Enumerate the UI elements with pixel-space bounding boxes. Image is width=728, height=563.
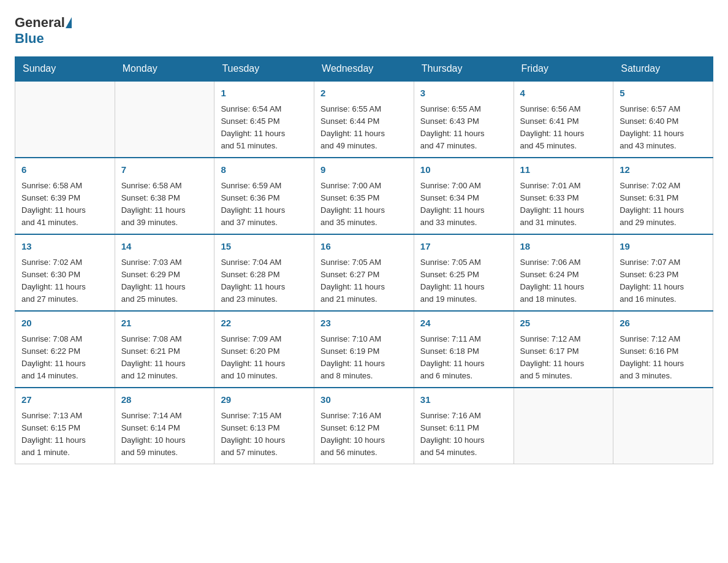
calendar-table: SundayMondayTuesdayWednesdayThursdayFrid… bbox=[15, 56, 713, 464]
day-number: 26 bbox=[620, 316, 707, 331]
day-info: Sunrise: 6:58 AM Sunset: 6:39 PM Dayligh… bbox=[21, 180, 108, 229]
day-info: Sunrise: 7:05 AM Sunset: 6:25 PM Dayligh… bbox=[420, 256, 507, 306]
day-number: 9 bbox=[320, 163, 408, 177]
logo-blue-text: Blue bbox=[15, 31, 44, 46]
day-number: 23 bbox=[320, 316, 408, 331]
day-number: 24 bbox=[420, 316, 507, 331]
day-number: 11 bbox=[520, 163, 607, 177]
calendar-cell: 24Sunrise: 7:11 AM Sunset: 6:18 PM Dayli… bbox=[414, 311, 514, 388]
day-number: 15 bbox=[221, 240, 308, 254]
day-info: Sunrise: 7:15 AM Sunset: 6:13 PM Dayligh… bbox=[221, 410, 308, 459]
weekday-header-saturday: Saturday bbox=[613, 57, 713, 82]
day-info: Sunrise: 7:03 AM Sunset: 6:29 PM Dayligh… bbox=[121, 256, 208, 306]
day-number: 29 bbox=[221, 393, 308, 407]
day-number: 14 bbox=[121, 240, 208, 254]
day-number: 8 bbox=[221, 163, 308, 177]
day-info: Sunrise: 7:02 AM Sunset: 6:31 PM Dayligh… bbox=[620, 180, 707, 229]
day-info: Sunrise: 7:06 AM Sunset: 6:24 PM Dayligh… bbox=[520, 256, 607, 306]
day-number: 4 bbox=[520, 86, 607, 101]
calendar-cell: 4Sunrise: 6:56 AM Sunset: 6:41 PM Daylig… bbox=[514, 81, 613, 158]
day-number: 18 bbox=[520, 240, 607, 254]
day-number: 10 bbox=[420, 163, 507, 177]
day-number: 30 bbox=[320, 393, 408, 407]
calendar-cell: 16Sunrise: 7:05 AM Sunset: 6:27 PM Dayli… bbox=[314, 234, 414, 311]
calendar-cell: 14Sunrise: 7:03 AM Sunset: 6:29 PM Dayli… bbox=[115, 234, 214, 311]
calendar-cell: 15Sunrise: 7:04 AM Sunset: 6:28 PM Dayli… bbox=[214, 234, 314, 311]
day-info: Sunrise: 6:58 AM Sunset: 6:38 PM Dayligh… bbox=[121, 180, 208, 229]
calendar-cell: 23Sunrise: 7:10 AM Sunset: 6:19 PM Dayli… bbox=[314, 311, 414, 388]
calendar-cell bbox=[15, 81, 115, 158]
logo-triangle-icon bbox=[66, 17, 72, 28]
calendar-cell: 2Sunrise: 6:55 AM Sunset: 6:44 PM Daylig… bbox=[314, 81, 414, 158]
day-info: Sunrise: 6:56 AM Sunset: 6:41 PM Dayligh… bbox=[520, 103, 607, 153]
calendar-cell: 21Sunrise: 7:08 AM Sunset: 6:21 PM Dayli… bbox=[115, 311, 214, 388]
calendar-cell: 7Sunrise: 6:58 AM Sunset: 6:38 PM Daylig… bbox=[115, 158, 214, 234]
day-info: Sunrise: 6:55 AM Sunset: 6:44 PM Dayligh… bbox=[320, 103, 408, 153]
calendar-cell: 8Sunrise: 6:59 AM Sunset: 6:36 PM Daylig… bbox=[214, 158, 314, 234]
logo: General Blue bbox=[15, 15, 72, 47]
week-row-4: 20Sunrise: 7:08 AM Sunset: 6:22 PM Dayli… bbox=[15, 311, 713, 388]
day-number: 13 bbox=[21, 240, 108, 254]
day-number: 19 bbox=[620, 240, 707, 254]
calendar-cell: 9Sunrise: 7:00 AM Sunset: 6:35 PM Daylig… bbox=[314, 158, 414, 234]
day-number: 3 bbox=[420, 86, 507, 101]
page-header: General Blue bbox=[15, 15, 713, 47]
day-info: Sunrise: 7:11 AM Sunset: 6:18 PM Dayligh… bbox=[420, 333, 507, 383]
week-row-5: 27Sunrise: 7:13 AM Sunset: 6:15 PM Dayli… bbox=[15, 388, 713, 464]
week-row-2: 6Sunrise: 6:58 AM Sunset: 6:39 PM Daylig… bbox=[15, 158, 713, 234]
calendar-cell bbox=[613, 388, 713, 464]
day-number: 16 bbox=[320, 240, 408, 254]
day-info: Sunrise: 7:16 AM Sunset: 6:12 PM Dayligh… bbox=[320, 410, 408, 459]
day-info: Sunrise: 7:16 AM Sunset: 6:11 PM Dayligh… bbox=[420, 410, 507, 459]
week-row-3: 13Sunrise: 7:02 AM Sunset: 6:30 PM Dayli… bbox=[15, 234, 713, 311]
day-info: Sunrise: 6:55 AM Sunset: 6:43 PM Dayligh… bbox=[420, 103, 507, 153]
day-number: 17 bbox=[420, 240, 507, 254]
day-number: 12 bbox=[620, 163, 707, 177]
day-info: Sunrise: 6:54 AM Sunset: 6:45 PM Dayligh… bbox=[221, 103, 308, 153]
calendar-cell: 13Sunrise: 7:02 AM Sunset: 6:30 PM Dayli… bbox=[15, 234, 115, 311]
weekday-header-tuesday: Tuesday bbox=[214, 57, 314, 82]
weekday-header-friday: Friday bbox=[514, 57, 613, 82]
day-number: 28 bbox=[121, 393, 208, 407]
calendar-cell bbox=[514, 388, 613, 464]
calendar-cell: 5Sunrise: 6:57 AM Sunset: 6:40 PM Daylig… bbox=[613, 81, 713, 158]
day-number: 1 bbox=[221, 86, 308, 101]
day-info: Sunrise: 7:05 AM Sunset: 6:27 PM Dayligh… bbox=[320, 256, 408, 306]
day-info: Sunrise: 7:14 AM Sunset: 6:14 PM Dayligh… bbox=[121, 410, 208, 459]
day-number: 25 bbox=[520, 316, 607, 331]
day-info: Sunrise: 7:00 AM Sunset: 6:35 PM Dayligh… bbox=[320, 180, 408, 229]
calendar-cell: 10Sunrise: 7:00 AM Sunset: 6:34 PM Dayli… bbox=[414, 158, 514, 234]
weekday-header-sunday: Sunday bbox=[15, 57, 115, 82]
day-info: Sunrise: 7:02 AM Sunset: 6:30 PM Dayligh… bbox=[21, 256, 108, 306]
day-info: Sunrise: 7:09 AM Sunset: 6:20 PM Dayligh… bbox=[221, 333, 308, 383]
day-info: Sunrise: 7:07 AM Sunset: 6:23 PM Dayligh… bbox=[620, 256, 707, 306]
day-number: 31 bbox=[420, 393, 507, 407]
weekday-header-row: SundayMondayTuesdayWednesdayThursdayFrid… bbox=[15, 57, 713, 82]
calendar-cell: 27Sunrise: 7:13 AM Sunset: 6:15 PM Dayli… bbox=[15, 388, 115, 464]
day-number: 22 bbox=[221, 316, 308, 331]
calendar-cell: 19Sunrise: 7:07 AM Sunset: 6:23 PM Dayli… bbox=[613, 234, 713, 311]
day-number: 7 bbox=[121, 163, 208, 177]
day-number: 27 bbox=[21, 393, 108, 407]
calendar-cell: 18Sunrise: 7:06 AM Sunset: 6:24 PM Dayli… bbox=[514, 234, 613, 311]
day-info: Sunrise: 7:10 AM Sunset: 6:19 PM Dayligh… bbox=[320, 333, 408, 383]
calendar-cell: 17Sunrise: 7:05 AM Sunset: 6:25 PM Dayli… bbox=[414, 234, 514, 311]
weekday-header-thursday: Thursday bbox=[414, 57, 514, 82]
day-number: 5 bbox=[620, 86, 707, 101]
calendar-cell: 20Sunrise: 7:08 AM Sunset: 6:22 PM Dayli… bbox=[15, 311, 115, 388]
weekday-header-wednesday: Wednesday bbox=[314, 57, 414, 82]
day-info: Sunrise: 7:12 AM Sunset: 6:17 PM Dayligh… bbox=[520, 333, 607, 383]
calendar-cell: 26Sunrise: 7:12 AM Sunset: 6:16 PM Dayli… bbox=[613, 311, 713, 388]
day-info: Sunrise: 7:13 AM Sunset: 6:15 PM Dayligh… bbox=[21, 410, 108, 459]
calendar-cell: 31Sunrise: 7:16 AM Sunset: 6:11 PM Dayli… bbox=[414, 388, 514, 464]
day-number: 2 bbox=[320, 86, 408, 101]
calendar-cell: 29Sunrise: 7:15 AM Sunset: 6:13 PM Dayli… bbox=[214, 388, 314, 464]
day-info: Sunrise: 7:08 AM Sunset: 6:21 PM Dayligh… bbox=[121, 333, 208, 383]
calendar-cell: 3Sunrise: 6:55 AM Sunset: 6:43 PM Daylig… bbox=[414, 81, 514, 158]
day-info: Sunrise: 7:01 AM Sunset: 6:33 PM Dayligh… bbox=[520, 180, 607, 229]
day-number: 20 bbox=[21, 316, 108, 331]
calendar-cell: 28Sunrise: 7:14 AM Sunset: 6:14 PM Dayli… bbox=[115, 388, 214, 464]
calendar-cell bbox=[115, 81, 214, 158]
week-row-1: 1Sunrise: 6:54 AM Sunset: 6:45 PM Daylig… bbox=[15, 81, 713, 158]
day-info: Sunrise: 7:08 AM Sunset: 6:22 PM Dayligh… bbox=[21, 333, 108, 383]
